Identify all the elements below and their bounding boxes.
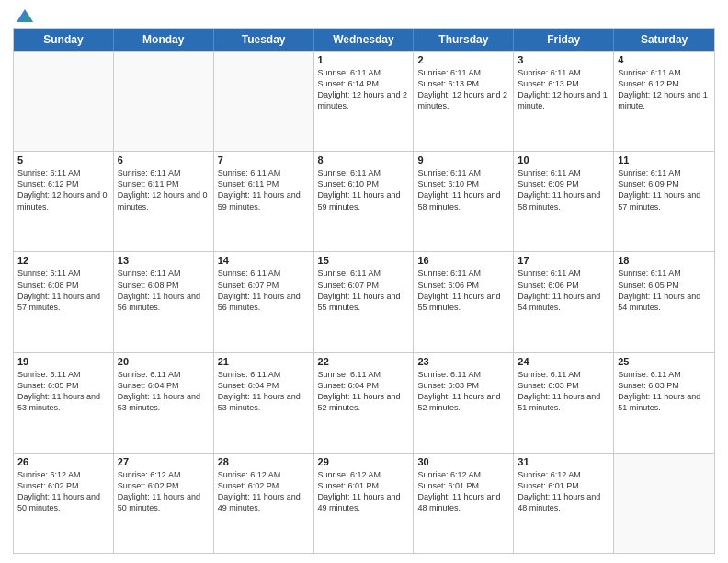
day-info: Sunrise: 6:11 AM Sunset: 6:04 PM Dayligh… — [318, 369, 410, 414]
day-info: Sunrise: 6:11 AM Sunset: 6:11 PM Dayligh… — [218, 167, 310, 213]
day-of-week-header: Tuesday — [214, 29, 314, 51]
calendar-cell: 28Sunrise: 6:12 AM Sunset: 6:02 PM Dayli… — [214, 454, 314, 553]
day-number: 14 — [218, 255, 310, 266]
day-number: 15 — [318, 255, 410, 266]
calendar: SundayMondayTuesdayWednesdayThursdayFrid… — [13, 28, 715, 554]
day-info: Sunrise: 6:11 AM Sunset: 6:03 PM Dayligh… — [618, 369, 711, 414]
calendar-cell — [14, 52, 114, 151]
day-number: 19 — [17, 356, 109, 367]
day-number: 21 — [218, 356, 310, 367]
calendar-cell: 6Sunrise: 6:11 AM Sunset: 6:11 PM Daylig… — [114, 152, 214, 251]
calendar-cell: 29Sunrise: 6:12 AM Sunset: 6:01 PM Dayli… — [314, 454, 415, 553]
calendar-cell: 27Sunrise: 6:12 AM Sunset: 6:02 PM Dayli… — [114, 454, 214, 553]
calendar-cell: 21Sunrise: 6:11 AM Sunset: 6:04 PM Dayli… — [214, 353, 314, 453]
day-number: 5 — [17, 155, 109, 166]
day-number: 20 — [118, 356, 210, 367]
day-info: Sunrise: 6:12 AM Sunset: 6:02 PM Dayligh… — [218, 469, 310, 514]
day-number: 6 — [118, 155, 210, 166]
calendar-cell: 12Sunrise: 6:11 AM Sunset: 6:08 PM Dayli… — [14, 252, 114, 351]
calendar-cell: 19Sunrise: 6:11 AM Sunset: 6:05 PM Dayli… — [14, 353, 114, 453]
day-info: Sunrise: 6:11 AM Sunset: 6:14 PM Dayligh… — [318, 67, 410, 112]
day-info: Sunrise: 6:12 AM Sunset: 6:01 PM Dayligh… — [318, 469, 410, 514]
day-number: 31 — [518, 456, 609, 467]
calendar-cell: 10Sunrise: 6:11 AM Sunset: 6:09 PM Dayli… — [514, 152, 614, 251]
day-info: Sunrise: 6:11 AM Sunset: 6:09 PM Dayligh… — [518, 167, 609, 213]
calendar-cell — [214, 52, 314, 151]
calendar-cell: 18Sunrise: 6:11 AM Sunset: 6:05 PM Dayli… — [614, 252, 714, 351]
header — [13, 9, 715, 22]
day-info: Sunrise: 6:11 AM Sunset: 6:13 PM Dayligh… — [518, 67, 609, 112]
day-number: 12 — [17, 255, 109, 266]
day-info: Sunrise: 6:11 AM Sunset: 6:10 PM Dayligh… — [318, 167, 410, 213]
day-number: 29 — [318, 456, 410, 467]
logo-icon — [15, 6, 35, 26]
calendar-cell: 11Sunrise: 6:11 AM Sunset: 6:09 PM Dayli… — [614, 152, 714, 251]
calendar-week: 5Sunrise: 6:11 AM Sunset: 6:12 PM Daylig… — [14, 151, 714, 251]
calendar-cell: 13Sunrise: 6:11 AM Sunset: 6:08 PM Dayli… — [114, 252, 214, 351]
day-info: Sunrise: 6:12 AM Sunset: 6:01 PM Dayligh… — [417, 469, 509, 514]
calendar-cell: 25Sunrise: 6:11 AM Sunset: 6:03 PM Dayli… — [614, 353, 714, 453]
calendar-cell: 22Sunrise: 6:11 AM Sunset: 6:04 PM Dayli… — [314, 353, 415, 453]
day-of-week-header: Sunday — [14, 29, 114, 51]
calendar-cell: 26Sunrise: 6:12 AM Sunset: 6:02 PM Dayli… — [14, 454, 114, 553]
calendar-cell: 24Sunrise: 6:11 AM Sunset: 6:03 PM Dayli… — [514, 353, 614, 453]
day-number: 11 — [618, 155, 711, 166]
day-info: Sunrise: 6:11 AM Sunset: 6:06 PM Dayligh… — [518, 268, 609, 313]
day-info: Sunrise: 6:11 AM Sunset: 6:09 PM Dayligh… — [618, 167, 711, 213]
calendar-cell: 15Sunrise: 6:11 AM Sunset: 6:07 PM Dayli… — [314, 252, 415, 351]
day-of-week-header: Monday — [114, 29, 214, 51]
day-info: Sunrise: 6:11 AM Sunset: 6:05 PM Dayligh… — [17, 369, 109, 414]
calendar-week: 1Sunrise: 6:11 AM Sunset: 6:14 PM Daylig… — [14, 51, 714, 151]
calendar-week: 19Sunrise: 6:11 AM Sunset: 6:05 PM Dayli… — [14, 352, 714, 453]
day-info: Sunrise: 6:12 AM Sunset: 6:02 PM Dayligh… — [118, 469, 210, 514]
calendar-cell: 9Sunrise: 6:11 AM Sunset: 6:10 PM Daylig… — [414, 152, 514, 251]
calendar-cell — [114, 52, 214, 151]
day-number: 24 — [518, 356, 609, 367]
day-number: 13 — [118, 255, 210, 266]
calendar-cell: 8Sunrise: 6:11 AM Sunset: 6:10 PM Daylig… — [314, 152, 415, 251]
day-info: Sunrise: 6:11 AM Sunset: 6:11 PM Dayligh… — [118, 167, 210, 213]
calendar-cell: 30Sunrise: 6:12 AM Sunset: 6:01 PM Dayli… — [414, 454, 514, 553]
day-of-week-header: Thursday — [414, 29, 514, 51]
day-number: 26 — [17, 456, 109, 467]
calendar-cell: 5Sunrise: 6:11 AM Sunset: 6:12 PM Daylig… — [14, 152, 114, 251]
day-number: 30 — [417, 456, 509, 467]
day-number: 27 — [118, 456, 210, 467]
calendar-header: SundayMondayTuesdayWednesdayThursdayFrid… — [14, 29, 714, 51]
day-of-week-header: Friday — [514, 29, 614, 51]
day-info: Sunrise: 6:12 AM Sunset: 6:01 PM Dayligh… — [518, 469, 609, 514]
day-of-week-header: Wednesday — [314, 29, 415, 51]
day-number: 1 — [318, 54, 410, 65]
day-number: 23 — [417, 356, 509, 367]
day-number: 8 — [318, 155, 410, 166]
day-info: Sunrise: 6:11 AM Sunset: 6:07 PM Dayligh… — [318, 268, 410, 313]
day-info: Sunrise: 6:11 AM Sunset: 6:03 PM Dayligh… — [417, 369, 509, 414]
calendar-cell: 14Sunrise: 6:11 AM Sunset: 6:07 PM Dayli… — [214, 252, 314, 351]
day-number: 18 — [618, 255, 711, 266]
calendar-cell: 7Sunrise: 6:11 AM Sunset: 6:11 PM Daylig… — [214, 152, 314, 251]
day-number: 4 — [618, 54, 711, 65]
day-number: 10 — [518, 155, 609, 166]
day-number: 16 — [417, 255, 509, 266]
day-info: Sunrise: 6:11 AM Sunset: 6:10 PM Dayligh… — [417, 167, 509, 213]
calendar-week: 26Sunrise: 6:12 AM Sunset: 6:02 PM Dayli… — [14, 453, 714, 553]
calendar-body: 1Sunrise: 6:11 AM Sunset: 6:14 PM Daylig… — [14, 51, 714, 553]
calendar-cell — [614, 454, 714, 553]
day-number: 2 — [417, 54, 509, 65]
calendar-cell: 31Sunrise: 6:12 AM Sunset: 6:01 PM Dayli… — [514, 454, 614, 553]
day-info: Sunrise: 6:11 AM Sunset: 6:03 PM Dayligh… — [518, 369, 609, 414]
day-info: Sunrise: 6:11 AM Sunset: 6:13 PM Dayligh… — [417, 67, 509, 112]
day-info: Sunrise: 6:11 AM Sunset: 6:04 PM Dayligh… — [118, 369, 210, 414]
calendar-week: 12Sunrise: 6:11 AM Sunset: 6:08 PM Dayli… — [14, 251, 714, 351]
day-info: Sunrise: 6:11 AM Sunset: 6:05 PM Dayligh… — [618, 268, 711, 313]
day-info: Sunrise: 6:11 AM Sunset: 6:06 PM Dayligh… — [417, 268, 509, 313]
calendar-cell: 1Sunrise: 6:11 AM Sunset: 6:14 PM Daylig… — [314, 52, 415, 151]
day-info: Sunrise: 6:11 AM Sunset: 6:07 PM Dayligh… — [218, 268, 310, 313]
calendar-cell: 3Sunrise: 6:11 AM Sunset: 6:13 PM Daylig… — [514, 52, 614, 151]
day-number: 25 — [618, 356, 711, 367]
logo — [13, 13, 35, 22]
day-info: Sunrise: 6:11 AM Sunset: 6:12 PM Dayligh… — [17, 167, 109, 213]
day-number: 28 — [218, 456, 310, 467]
day-info: Sunrise: 6:11 AM Sunset: 6:08 PM Dayligh… — [118, 268, 210, 313]
day-info: Sunrise: 6:12 AM Sunset: 6:02 PM Dayligh… — [17, 469, 109, 514]
